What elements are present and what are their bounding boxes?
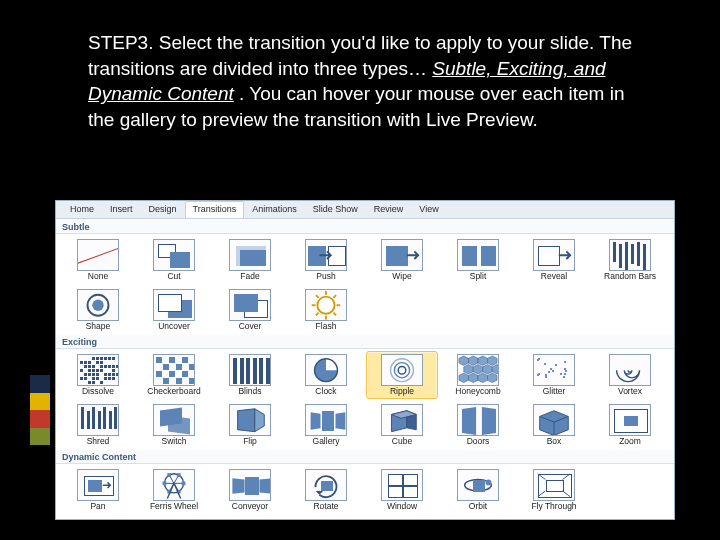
svg-marker-26 [478, 373, 488, 383]
svg-line-54 [563, 474, 571, 480]
transition-box[interactable]: Box [518, 401, 590, 449]
transition-vortex[interactable]: Vortex [594, 351, 666, 399]
transition-glitter[interactable]: Glitter [518, 351, 590, 399]
svg-line-56 [563, 491, 571, 497]
accent-stripe [30, 393, 50, 411]
ferris-icon [153, 469, 195, 501]
transition-orbit[interactable]: Orbit [442, 466, 514, 514]
transition-label: Rotate [291, 502, 361, 513]
flip-icon [229, 404, 271, 436]
ribbon-tabs: HomeInsertDesignTransitionsAnimationsSli… [56, 201, 674, 219]
group-header-exciting: Exciting [56, 335, 674, 349]
step-prefix: STEP3. [88, 32, 153, 53]
transition-conveyor[interactable]: Conveyor [214, 466, 286, 514]
transition-shred[interactable]: Shred [62, 401, 134, 449]
transition-dissolve[interactable]: Dissolve [62, 351, 134, 399]
cut-icon [153, 239, 195, 271]
transition-doors[interactable]: Doors [442, 401, 514, 449]
transition-clock[interactable]: Clock [290, 351, 362, 399]
svg-rect-39 [182, 481, 186, 485]
clock-icon [305, 354, 347, 386]
transition-label: Switch [139, 437, 209, 448]
transition-label: Cover [215, 322, 285, 333]
transition-label: Vortex [595, 387, 665, 398]
transition-label: Uncover [139, 322, 209, 333]
transitions-gallery: SubtleNoneCutFadePushWipeSplitRevealRand… [56, 219, 674, 519]
pan-icon [77, 469, 119, 501]
transition-cut[interactable]: Cut [138, 236, 210, 284]
transition-checkerboard[interactable]: Checkerboard [138, 351, 210, 399]
svg-rect-45 [163, 481, 167, 485]
svg-marker-16 [459, 356, 469, 366]
vortex-icon [609, 354, 651, 386]
transition-pan[interactable]: Pan [62, 466, 134, 514]
transition-randombars[interactable]: Random Bars [594, 236, 666, 284]
svg-marker-23 [492, 365, 498, 375]
transition-label: Ferris Wheel [139, 502, 209, 513]
tab-slide-show[interactable]: Slide Show [305, 201, 366, 218]
svg-point-13 [398, 366, 406, 374]
transition-flip[interactable]: Flip [214, 401, 286, 449]
svg-marker-24 [459, 373, 469, 383]
fade-icon [229, 239, 271, 271]
tab-insert[interactable]: Insert [102, 201, 141, 218]
transition-label: Clock [291, 387, 361, 398]
transition-window[interactable]: Window [366, 466, 438, 514]
wipe-icon [381, 239, 423, 271]
transition-ferris[interactable]: Ferris Wheel [138, 466, 210, 514]
svg-point-14 [394, 363, 409, 378]
tab-design[interactable]: Design [141, 201, 185, 218]
transition-blinds[interactable]: Blinds [214, 351, 286, 399]
transition-push[interactable]: Push [290, 236, 362, 284]
transition-flythrough[interactable]: Fly Through [518, 466, 590, 514]
transition-label: Shape [63, 322, 133, 333]
tab-review[interactable]: Review [366, 201, 412, 218]
switch-icon [153, 404, 195, 436]
tab-view[interactable]: View [411, 201, 446, 218]
shred-icon [77, 404, 119, 436]
cube-icon [381, 404, 423, 436]
glitter-icon [533, 354, 575, 386]
transition-reveal[interactable]: Reveal [518, 236, 590, 284]
transition-split[interactable]: Split [442, 236, 514, 284]
tab-animations[interactable]: Animations [244, 201, 305, 218]
transition-ripple[interactable]: Ripple [366, 351, 438, 399]
transition-zoom[interactable]: Zoom [594, 401, 666, 449]
transition-fade[interactable]: Fade [214, 236, 286, 284]
accent-stripe [30, 410, 50, 428]
transition-flash[interactable]: Flash [290, 286, 362, 334]
transition-gallery[interactable]: Gallery [290, 401, 362, 449]
transition-label: Window [367, 502, 437, 513]
transition-label: Cut [139, 272, 209, 283]
tab-home[interactable]: Home [62, 201, 102, 218]
transition-honeycomb[interactable]: Honeycomb [442, 351, 514, 399]
none-icon [77, 239, 119, 271]
checkerboard-icon [153, 354, 195, 386]
svg-line-10 [333, 295, 336, 298]
transition-label: Pan [63, 502, 133, 513]
svg-point-1 [92, 299, 103, 310]
transitions-gallery-panel: HomeInsertDesignTransitionsAnimationsSli… [55, 200, 675, 520]
transition-rotate[interactable]: Rotate [290, 466, 362, 514]
transition-label: Split [443, 272, 513, 283]
zoom-icon [609, 404, 651, 436]
window-icon [381, 469, 423, 501]
group-grid: DissolveCheckerboardBlindsClockRippleHon… [56, 349, 674, 450]
transition-label: Ripple [367, 387, 437, 398]
group-header-dynamic-content: Dynamic Content [56, 450, 674, 464]
svg-marker-27 [488, 373, 498, 383]
instruction-text: STEP3. Select the transition you'd like … [88, 30, 648, 133]
transition-label: Random Bars [595, 272, 665, 283]
transition-cube[interactable]: Cube [366, 401, 438, 449]
transition-uncover[interactable]: Uncover [138, 286, 210, 334]
svg-marker-29 [255, 408, 265, 431]
tab-transitions[interactable]: Transitions [185, 201, 245, 218]
transition-cover[interactable]: Cover [214, 286, 286, 334]
transition-switch[interactable]: Switch [138, 401, 210, 449]
transition-label: Cube [367, 437, 437, 448]
transition-none[interactable]: None [62, 236, 134, 284]
transition-shape[interactable]: Shape [62, 286, 134, 334]
svg-marker-28 [238, 408, 255, 431]
transition-wipe[interactable]: Wipe [366, 236, 438, 284]
transition-label: Reveal [519, 272, 589, 283]
